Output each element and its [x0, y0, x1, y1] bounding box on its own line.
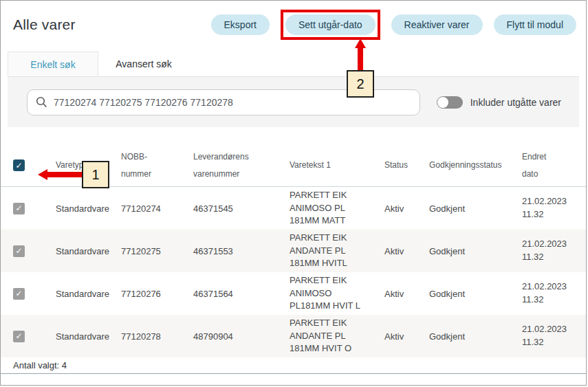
search-panel: Inkluder utgåtte varer — [8, 77, 579, 127]
cell-status: Aktiv — [384, 246, 429, 256]
cell-varetekst: PARKETT EIK ANDANTE PL 181MM HVIT O — [290, 317, 369, 356]
cell-varetekst: PARKETT EIK ANIMOSO PL181MM HVIT L — [290, 274, 369, 313]
reactivate-items-button[interactable]: Reaktiver varer — [391, 14, 483, 35]
cell-varetekst: PARKETT EIK ANIMOSO PL 181MM MATT — [290, 189, 369, 228]
cell-endret-dato: 21.02.2023 11.32 — [522, 195, 576, 221]
include-expired-toggle[interactable]: Inkluder utgåtte varer — [437, 96, 561, 109]
table-row[interactable]: ✓ Standardvare 77120275 46371553 PARKETT… — [1, 230, 586, 272]
annotation-arrow-left-bar — [46, 172, 82, 177]
select-all-checkbox[interactable]: ✓ — [13, 159, 25, 171]
search-icon — [36, 96, 47, 108]
cell-status: Aktiv — [384, 203, 429, 214]
col-header-godkjenningsstatus[interactable]: Godkjenningsstatus — [429, 157, 522, 174]
cell-varetekst: PARKETT EIK ANDANTE PL 181MM HVITL — [290, 232, 369, 271]
page-title: Alle varer — [13, 16, 76, 33]
row-checkbox[interactable]: ✓ — [13, 245, 25, 257]
cell-levnr: 46371564 — [193, 289, 290, 299]
table-row[interactable]: ✓ Standardvare 77120276 46371564 PARKETT… — [1, 272, 586, 315]
annotation-step-2: 2 — [347, 70, 374, 98]
search-input[interactable] — [54, 97, 411, 108]
export-button[interactable]: Eksport — [211, 14, 270, 35]
set-expiry-date-button[interactable]: Sett utgår-dato — [285, 14, 375, 35]
cell-nobb: 77120274 — [121, 203, 193, 214]
cell-levnr: 46371553 — [193, 246, 290, 256]
col-header-nobb-nummer[interactable]: NOBB-nummer — [121, 148, 193, 183]
row-checkbox[interactable]: ✓ — [13, 203, 25, 214]
cell-nobb: 77120278 — [121, 331, 193, 342]
selected-count: Antall valgt: 4 — [1, 357, 586, 374]
toggle-label: Inkluder utgåtte varer — [470, 97, 561, 108]
cell-endret-dato: 21.02.2023 11.32 — [522, 280, 576, 307]
row-checkbox[interactable]: ✓ — [13, 331, 25, 342]
cell-nobb: 77120276 — [121, 289, 193, 299]
col-header-status[interactable]: Status — [384, 157, 429, 174]
annotation-step-1: 1 — [82, 161, 109, 188]
col-header-varetekst[interactable]: Varetekst 1 — [290, 157, 384, 174]
table-row[interactable]: ✓ Standardvare 77120274 46371545 PARKETT… — [1, 187, 586, 230]
cell-godkjenning: Godkjent — [429, 331, 522, 342]
cell-levnr: 48790904 — [193, 331, 290, 342]
cell-godkjenning: Godkjent — [429, 246, 522, 256]
cell-godkjenning: Godkjent — [429, 203, 522, 214]
tab-advanced-search[interactable]: Avansert søk — [98, 52, 189, 76]
cell-varetype: Standardvare — [56, 246, 121, 256]
annotation-highlight-rect: Sett utgår-dato — [281, 10, 380, 40]
app-window: Alle varer Eksport Sett utgår-dato Reakt… — [0, 0, 587, 386]
tab-bar: Enkelt søk Avansert søk — [8, 52, 579, 77]
annotation-arrow-up-bar — [358, 46, 363, 71]
cell-status: Aktiv — [384, 331, 429, 342]
col-header-endret-dato[interactable]: Endret dato — [522, 148, 576, 183]
header: Alle varer Eksport Sett utgår-dato Reakt… — [1, 1, 586, 41]
cell-varetype: Standardvare — [56, 289, 121, 299]
cell-nobb: 77120275 — [121, 246, 193, 256]
row-checkbox[interactable]: ✓ — [13, 288, 25, 300]
cell-endret-dato: 21.02.2023 11.32 — [522, 323, 576, 349]
tab-simple-search[interactable]: Enkelt søk — [8, 52, 98, 76]
toggle-switch-icon[interactable] — [437, 96, 463, 109]
table-row[interactable]: ✓ Standardvare 77120278 48790904 PARKETT… — [1, 315, 586, 357]
col-header-leverandorens-varenummer[interactable]: Leverandørens varenummer — [193, 148, 290, 183]
cell-varetype: Standardvare — [56, 331, 121, 342]
cell-levnr: 46371545 — [193, 203, 290, 214]
move-to-module-button[interactable]: Flytt til modul — [494, 14, 576, 35]
cell-endret-dato: 21.02.2023 11.32 — [522, 238, 576, 264]
toolbar: Eksport Sett utgår-dato Reaktiver varer … — [211, 10, 576, 40]
cell-varetype: Standardvare — [56, 203, 121, 214]
cell-godkjenning: Godkjent — [429, 289, 522, 299]
cell-status: Aktiv — [384, 289, 429, 299]
